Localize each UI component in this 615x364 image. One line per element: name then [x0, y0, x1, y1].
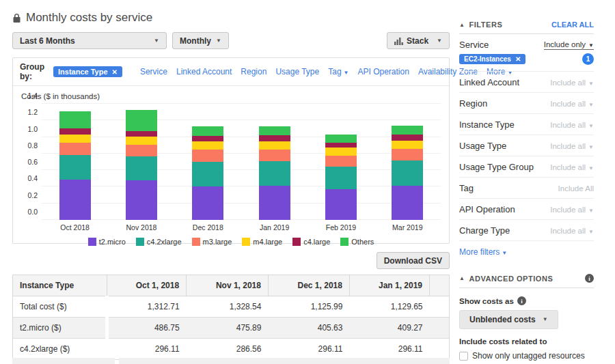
bar-segment-Others[interactable] [325, 135, 357, 143]
bar-segment-m4.large[interactable] [392, 141, 423, 149]
filter-control-service[interactable]: Include only▼ [544, 40, 594, 50]
bar-segment-m4.large[interactable] [59, 135, 91, 143]
row-label: Total cost ($) [13, 296, 107, 318]
filters-collapse-toggle[interactable]: ▲ FILTERS [459, 20, 502, 29]
caret-down-icon: ▼ [588, 123, 594, 129]
bar-segment-t2.micro[interactable] [192, 186, 223, 220]
untagged-checkbox[interactable] [459, 352, 468, 361]
filter-control-charge-type[interactable]: Include all▼ [550, 227, 594, 235]
group-by-link-api-operation[interactable]: API Operation [358, 67, 409, 76]
caret-down-icon: ▼ [543, 317, 548, 322]
more-filters-link[interactable]: More filters▼ [459, 241, 594, 263]
filter-count-badge: 1 [582, 53, 594, 65]
caret-down-icon: ▼ [588, 229, 594, 235]
filter-control-usage-type-group[interactable]: Include all▼ [550, 163, 594, 171]
filter-row-charge-type: Charge TypeInclude all▼ [459, 220, 594, 241]
granularity-dropdown[interactable]: Monthly ▼ [172, 32, 229, 49]
bar-segment-m4.large[interactable] [192, 141, 223, 150]
advanced-options-toggle[interactable]: ▲ ADVANCED OPTIONS [459, 275, 553, 283]
filter-control-usage-type[interactable]: Include all▼ [550, 142, 594, 150]
legend-swatch [192, 238, 200, 246]
table-column-header: Jan 1, 2019 [349, 275, 429, 296]
x-axis-label: Nov 2018 [126, 223, 157, 232]
filter-pill-ec2-instances[interactable]: EC2-Instances✕ [459, 54, 525, 64]
clear-all-link[interactable]: CLEAR ALL [551, 20, 594, 29]
bar-segment-c4.large[interactable] [59, 128, 91, 135]
filter-control-instance-type[interactable]: Include all▼ [550, 121, 594, 129]
caret-down-icon: ▼ [588, 165, 594, 171]
cell-value: 1,312.71 [107, 296, 186, 318]
filter-row-usage-type-group: Usage Type GroupInclude all▼ [459, 156, 594, 178]
bar-segment-Others[interactable] [59, 111, 91, 129]
y-axis-tick: 0.8 [27, 141, 38, 150]
bar-segment-t2.micro[interactable] [259, 186, 290, 220]
info-icon[interactable]: i [517, 296, 526, 305]
bar-segment-m3.large[interactable] [126, 145, 157, 156]
bar-segment-Others[interactable] [392, 126, 423, 135]
bar-segment-c4.large[interactable] [192, 136, 223, 142]
date-range-value: Last 6 Months [20, 36, 75, 46]
cell-value: 286.56 [187, 339, 269, 360]
close-icon[interactable]: ✕ [112, 68, 118, 76]
bar-segment-c4.large[interactable] [392, 135, 423, 141]
untagged-resources-row: Show only untagged resources [459, 351, 594, 361]
triangle-up-icon: ▲ [459, 275, 465, 281]
group-by-link-service[interactable]: Service [140, 67, 167, 76]
y-axis-tick: 1.0 [27, 125, 38, 133]
bar-segment-m3.large[interactable] [192, 150, 223, 161]
table-column-header: Nov 1, 2018 [187, 275, 269, 296]
bar-segment-Others[interactable] [192, 126, 223, 135]
group-by-link-region[interactable]: Region [241, 67, 266, 76]
bar-segment-m4.large[interactable] [126, 137, 157, 145]
legend-item-m4.large: m4.large [242, 238, 282, 246]
cell-value: 296.11 [107, 339, 186, 360]
bar-segment-c4.2xlarge[interactable] [126, 156, 157, 180]
bar-segment-c4.2xlarge[interactable] [325, 167, 357, 189]
bar-segment-c4.large[interactable] [126, 131, 157, 137]
y-axis-tick: 0.6 [27, 158, 38, 166]
bar-segment-t2.micro[interactable] [392, 186, 423, 220]
close-icon[interactable]: ✕ [515, 55, 521, 63]
bar-mar-2019: Mar 2019 [392, 104, 423, 220]
bar-segment-c4.2xlarge[interactable] [392, 160, 423, 185]
cell-value: 486.75 [107, 318, 186, 339]
bar-segment-Others[interactable] [126, 110, 157, 132]
filter-control-api-operation[interactable]: Include all▼ [550, 206, 594, 214]
group-by-active-pill[interactable]: Instance Type ✕ [53, 66, 122, 77]
download-csv-button[interactable]: Download CSV [377, 252, 450, 269]
bar-segment-t2.micro[interactable] [126, 180, 157, 220]
bar-segment-c4.2xlarge[interactable] [192, 162, 223, 186]
group-by-link-usage-type[interactable]: Usage Type [275, 67, 319, 76]
filter-control-tag[interactable]: Include All [558, 184, 594, 193]
bar-segment-c4.large[interactable] [325, 143, 357, 148]
filter-control-region[interactable]: Include all▼ [550, 100, 594, 108]
date-range-dropdown[interactable]: Last 6 Months ▼ [12, 32, 167, 49]
legend-label: c4.large [303, 238, 330, 246]
caret-down-icon: ▼ [588, 42, 594, 48]
caret-down-icon: ▼ [588, 81, 594, 87]
chart-style-dropdown[interactable]: Stack ▼ [387, 32, 450, 49]
filter-control-linked-account[interactable]: Include all▼ [550, 79, 594, 87]
info-icon[interactable]: i [585, 274, 594, 283]
bar-segment-m3.large[interactable] [259, 150, 290, 161]
x-axis-label: Jan 2019 [260, 223, 289, 232]
cost-type-dropdown[interactable]: Unblended costs ▼ [459, 310, 558, 329]
bar-segment-m3.large[interactable] [325, 156, 357, 167]
bar-segment-c4.2xlarge[interactable] [259, 161, 290, 186]
bar-segment-t2.micro[interactable] [59, 180, 91, 220]
bar-segment-m3.large[interactable] [392, 149, 423, 161]
bar-segment-Others[interactable] [259, 126, 290, 135]
bar-segment-c4.2xlarge[interactable] [59, 155, 91, 180]
download-csv-label: Download CSV [384, 256, 442, 266]
bar-segment-m4.large[interactable] [325, 148, 357, 156]
bar-segment-c4.large[interactable] [259, 135, 290, 141]
bar-dec-2018: Dec 2018 [192, 104, 223, 220]
y-axis-tick: 0.4 [27, 174, 38, 182]
bar-segment-t2.micro[interactable] [325, 189, 357, 221]
bar-segment-m3.large[interactable] [59, 143, 91, 155]
group-by-link-linked-account[interactable]: Linked Account [176, 67, 232, 76]
group-by-link-tag[interactable]: Tag▼ [328, 67, 348, 76]
bar-segment-m4.large[interactable] [259, 141, 290, 150]
table-row: t2.micro ($)486.75475.89405.63409.27 [13, 318, 450, 339]
filter-row-region: RegionInclude all▼ [459, 93, 594, 114]
